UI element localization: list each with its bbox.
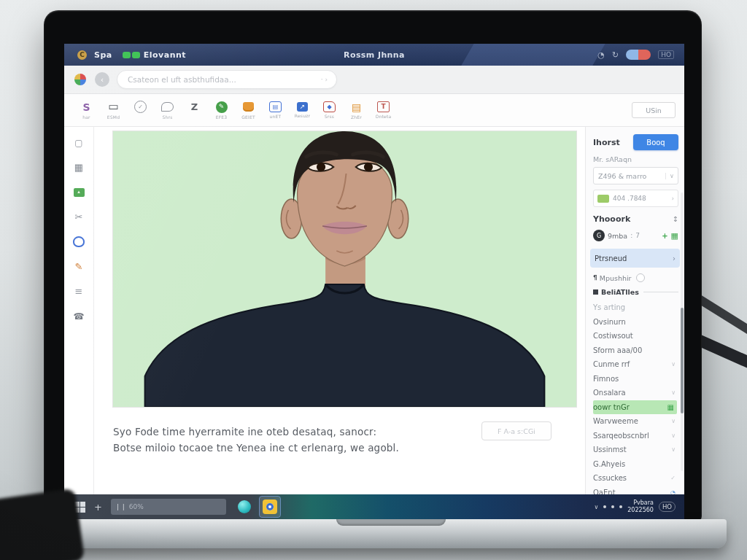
search-bar[interactable]: · ›: [117, 70, 337, 89]
portrait-image[interactable]: [113, 131, 576, 407]
hq-badge: HO: [658, 50, 674, 59]
zoom-control-button[interactable]: F A-a s:CGi: [481, 421, 551, 440]
chevron-right-icon: ›: [673, 254, 676, 262]
yellow-app-icon: [263, 499, 277, 514]
sort-icon[interactable]: ↕: [673, 215, 678, 223]
toolbar-pen-button[interactable]: Z: [182, 101, 206, 120]
nav-bar: ‹ · ›: [64, 66, 684, 94]
toolbar-clamp-button[interactable]: S har: [74, 101, 98, 120]
list-icon: ▤: [349, 101, 363, 113]
toggle-row[interactable]: ¶ Mpushhir: [593, 273, 678, 282]
tray-icon[interactable]: [603, 505, 606, 508]
tray-icon[interactable]: [619, 505, 622, 508]
shape-icon: ◆: [323, 101, 336, 112]
view-mode-button[interactable]: USin: [632, 102, 676, 118]
list-item[interactable]: Ussinmst∨: [593, 443, 678, 457]
brand-name: Elovannt: [144, 50, 186, 60]
layer-list: Ys arting Ovsinurn Costiwsout Sform aaa/…: [593, 300, 678, 499]
refresh-icon[interactable]: ↻: [612, 50, 619, 60]
toolbar-history-button[interactable]: ✓: [128, 101, 152, 120]
tray-icon[interactable]: [611, 505, 614, 508]
list-item[interactable]: G.Ahyeis: [593, 457, 678, 472]
clock-icon[interactable]: ◔: [597, 50, 605, 60]
style-dropdown[interactable]: Z496 & marro ∨: [593, 167, 678, 184]
laptop-screen: C Spa Elovannt Rossm Jhnna ◔ ↻ HO ‹ · ›: [64, 44, 684, 519]
list-item[interactable]: Ys arting: [593, 300, 678, 315]
toolbar-list-button[interactable]: ▤ ZhEr: [344, 101, 368, 120]
pause-icon: | |: [117, 503, 125, 510]
list-section-header: BeliATlles: [593, 288, 678, 296]
taskbar-search-text: 60%: [129, 503, 144, 510]
list-item-selected[interactable]: oowr tnGr▦: [593, 400, 677, 415]
taskbar-app-browser[interactable]: [236, 499, 252, 515]
browser-icon: [238, 500, 251, 513]
panel-subtitle: Mr. sARaqn: [593, 155, 678, 163]
toolbar: S har ▭ ESMd ✓ Shrs Z ✎ EFE3 GElET: [64, 94, 684, 127]
comment-icon: [161, 102, 174, 112]
taskbar-search[interactable]: | | 60%: [111, 499, 226, 515]
taskbar-clock[interactable]: Pvbara 2022560: [627, 499, 654, 514]
list-item[interactable]: Ssarqeobscnbrl∨: [593, 429, 678, 443]
bullet-icon: [593, 289, 598, 295]
tool-sidebar: ▢ ▦ ▴ ✂ ✎ ≡ ☎: [64, 127, 94, 497]
image-icon[interactable]: ▴: [74, 188, 85, 197]
count-badge: 7: [635, 232, 640, 239]
history-icon: ✓: [134, 101, 147, 113]
caption-line-2: Botse miloio tocaoe tne Yenea ine ct erl…: [113, 440, 566, 456]
list-item[interactable]: Cunme rrf∨: [593, 357, 678, 372]
taskbar: + | | 60% ∨ Pvbara 2022560 HO: [64, 494, 684, 519]
color-toggle-pill[interactable]: [626, 50, 651, 60]
grid-green-icon[interactable]: ▦: [671, 231, 678, 241]
resize-icon: ↗: [297, 102, 308, 112]
tray-caret-icon[interactable]: ∨: [594, 504, 598, 510]
toolbar-comment-button[interactable]: Shrs: [155, 101, 179, 120]
toolbar-shape-button[interactable]: ◆ Srss: [317, 101, 341, 119]
colorful-logo-icon[interactable]: [74, 74, 86, 85]
chevron-down-icon: ∨: [665, 173, 678, 179]
layers-icon[interactable]: ≡: [73, 286, 85, 297]
color-picker-row[interactable]: 404 .7848 ›: [593, 190, 678, 207]
toolbar-fill-button[interactable]: GElET: [236, 101, 260, 120]
cut-icon[interactable]: ✂: [73, 211, 85, 222]
back-button[interactable]: ‹: [95, 72, 109, 87]
list-item[interactable]: Cssuckes✓: [593, 471, 678, 486]
toolbar-edit-button[interactable]: ✎ EFE3: [209, 101, 233, 120]
list-item[interactable]: Sform aaa/00: [593, 343, 678, 358]
edit-icon: ✎: [216, 101, 228, 113]
scrollbar-thumb[interactable]: [681, 308, 684, 413]
pen-icon: Z: [187, 101, 201, 113]
clamp-icon: S: [80, 101, 93, 113]
search-input[interactable]: [117, 75, 306, 84]
toolbar-layout-button[interactable]: ▤ unET: [263, 101, 287, 119]
portrait-illustration: [113, 131, 576, 407]
panel-title: Ihorst: [593, 138, 620, 147]
canvas-area: Syo Fode time hyerramite ine oteb desata…: [94, 127, 585, 497]
toolbar-frame-button[interactable]: ▭ ESMd: [101, 101, 125, 120]
list-item[interactable]: Ovsinurn: [593, 315, 678, 330]
app-badge-icon: C: [77, 50, 87, 60]
search-shortcut: · ›: [321, 76, 336, 83]
taskbar-app-active[interactable]: [260, 497, 280, 517]
list-item[interactable]: Onsalara∨: [593, 386, 678, 400]
list-item[interactable]: Costiwsout: [593, 329, 678, 343]
avatar-row[interactable]: G 9mba : 7 + ▦: [593, 230, 678, 241]
shape-oval-icon[interactable]: [73, 236, 85, 247]
laptop-notch: [336, 519, 446, 526]
grid-icon[interactable]: ▦: [73, 162, 85, 173]
radio-toggle[interactable]: [636, 273, 645, 282]
notification-badge[interactable]: HO: [659, 502, 676, 512]
selected-panel-row[interactable]: Ptrsneud ›: [590, 249, 680, 268]
select-rect-icon[interactable]: ▢: [73, 137, 85, 148]
brush-icon[interactable]: ✎: [73, 261, 85, 272]
photo-background: C Spa Elovannt Rossm Jhnna ◔ ↻ HO ‹ · ›: [0, 0, 747, 560]
text-icon: T: [377, 101, 390, 112]
cursor-move-icon[interactable]: +: [94, 502, 102, 513]
list-item[interactable]: Fimnos: [593, 372, 678, 386]
primary-action-button[interactable]: Booq: [633, 134, 678, 150]
toolbar-text-button[interactable]: T Onteta: [371, 101, 395, 119]
list-item[interactable]: Warvweeme∨: [593, 414, 678, 429]
add-icon[interactable]: +: [662, 232, 667, 240]
call-icon[interactable]: ☎: [73, 311, 85, 322]
toolbar-resize-button[interactable]: ↗ Resuzr: [290, 102, 314, 118]
layout-icon: ▤: [269, 101, 282, 112]
